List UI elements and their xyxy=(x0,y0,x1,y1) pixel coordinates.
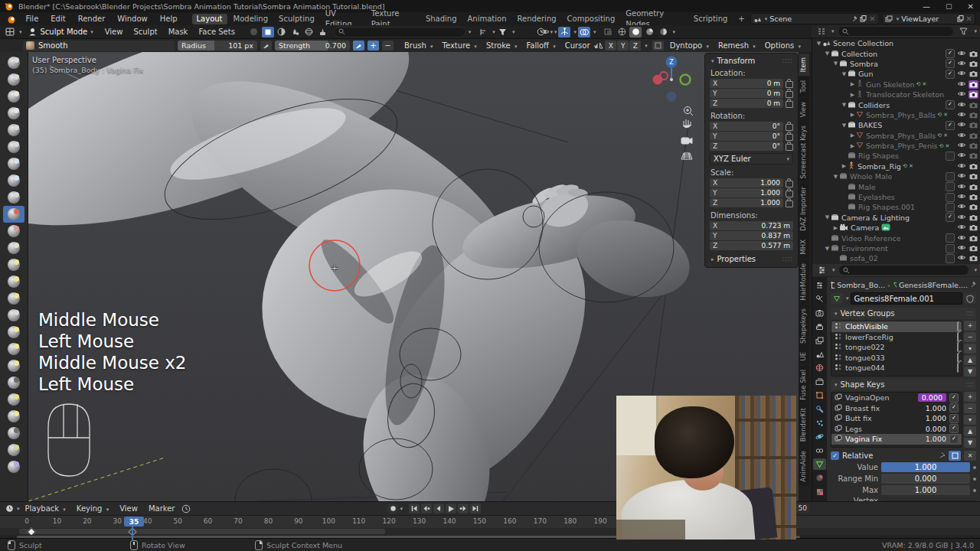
outliner-row-collection[interactable]: ▼Collection✓ xyxy=(812,48,980,58)
properties-tab-particles-icon[interactable] xyxy=(813,417,826,429)
shape-key-row-vaginaopen[interactable]: VaginaOpen0.000✓ xyxy=(831,393,962,403)
lasso-sphere-icon[interactable] xyxy=(276,27,288,37)
snap-filter-icon[interactable] xyxy=(497,27,509,37)
field-value-max[interactable]: 1.000 xyxy=(881,485,970,495)
sculpt-tool-clay-thumb[interactable] xyxy=(3,122,24,139)
fake-user-shield-icon[interactable] xyxy=(964,293,976,304)
eye-visibility-icon[interactable] xyxy=(957,142,966,150)
shape-key-row-vagina-fix[interactable]: Vagina Fix1.000✓ xyxy=(831,434,962,445)
checkbox-unchecked[interactable] xyxy=(946,203,955,212)
camera-render-toggle-icon[interactable] xyxy=(969,152,978,160)
camera-render-toggle-icon[interactable] xyxy=(969,80,978,89)
eye-visibility-icon[interactable] xyxy=(957,152,966,160)
mesh-icon[interactable] xyxy=(831,293,843,304)
properties-tab-constraints-icon[interactable] xyxy=(813,445,826,456)
sculpt-tool-nudge[interactable] xyxy=(3,374,24,391)
lock-open-icon[interactable] xyxy=(786,124,793,131)
menu-dyntopo[interactable]: Dyntopo ▾ xyxy=(670,41,709,50)
direction-add-button[interactable]: + xyxy=(368,41,379,51)
globe-icon[interactable] xyxy=(303,27,315,37)
eye-visibility-icon[interactable] xyxy=(957,244,966,253)
disclosure-down-icon[interactable]: ▼ xyxy=(841,71,848,77)
play-button[interactable] xyxy=(446,504,456,514)
sculpt-tool-pose[interactable] xyxy=(3,357,24,374)
sculpt-tool-inflate[interactable] xyxy=(3,155,24,172)
lock-open-icon[interactable] xyxy=(786,191,793,197)
outliner-row-sombra-phys-balls[interactable]: ▶Sombra_Phys_Balls⟲ ✕ xyxy=(812,110,980,120)
xray-icon[interactable] xyxy=(602,27,614,37)
checkbox-unchecked[interactable] xyxy=(946,193,955,202)
shape-key-value[interactable]: 1.000 xyxy=(926,404,946,412)
vg-specials-button[interactable]: ▾ xyxy=(964,344,976,354)
outliner-row-male[interactable]: Male xyxy=(812,181,980,191)
outliner-row-sombra-rig[interactable]: ▶Sombra_Rig⟲ ✕ xyxy=(812,161,980,171)
sidebar-tab-hairmodule[interactable]: HairModule xyxy=(799,259,809,304)
timeline-menu-keying[interactable]: Keying ▾ xyxy=(71,504,114,513)
view-layer-name[interactable]: ViewLayer xyxy=(901,15,939,23)
brush-menu-cursor[interactable]: Cursor ▾ xyxy=(565,41,597,50)
checkbox-unchecked[interactable] xyxy=(946,244,955,253)
sidebar-tab-fuse-skel[interactable]: Fuse Skel xyxy=(799,366,809,404)
camera-render-toggle-icon[interactable] xyxy=(969,244,978,253)
eye-visibility-icon[interactable] xyxy=(957,50,966,58)
sculpt-tool-blob[interactable] xyxy=(3,172,24,189)
lock-open-icon[interactable] xyxy=(957,322,959,331)
droplet-icon[interactable] xyxy=(289,27,302,37)
clear-button[interactable]: ✕ xyxy=(964,451,976,461)
checkbox-checked[interactable]: ✓ xyxy=(946,121,955,130)
value-field[interactable]: X0 m xyxy=(710,79,783,88)
sidebar-tab-shapekeys[interactable]: Shapekeys xyxy=(799,305,809,347)
field-value-range-min[interactable]: 0.000 xyxy=(881,474,970,484)
properties-search[interactable] xyxy=(838,265,970,276)
relative-checkbox[interactable]: ✓ xyxy=(831,452,839,460)
sculpt-tool-rotate[interactable] xyxy=(3,391,24,408)
timeline-editor-icon[interactable] xyxy=(3,504,15,514)
copy-icon[interactable] xyxy=(957,15,964,22)
sidebar-tab-blenderkit[interactable]: BlenderKit xyxy=(799,404,809,445)
menu-render[interactable]: Render xyxy=(72,13,112,25)
camera-render-toggle-icon[interactable] xyxy=(969,162,978,171)
outliner-row-eyelashes[interactable]: Eyelashes xyxy=(812,192,980,202)
shading-solid-icon[interactable] xyxy=(629,27,642,37)
sculpt-tool-pinch[interactable] xyxy=(3,273,24,290)
properties-tab-modifiers-icon[interactable] xyxy=(813,403,826,415)
prev-keyframe-button[interactable] xyxy=(421,504,432,514)
properties-tab-output-icon[interactable] xyxy=(813,321,826,332)
autokey-clock-icon[interactable] xyxy=(180,504,192,514)
sculpt-tool-slide-relax[interactable] xyxy=(3,408,24,425)
value-field[interactable]: Z0.577 m xyxy=(710,241,793,250)
menu-window[interactable]: Window xyxy=(111,13,153,25)
menu-help[interactable]: Help xyxy=(154,13,184,25)
brush-menu-falloff[interactable]: Falloff ▾ xyxy=(526,41,555,50)
outliner-row-translocator-skeleton[interactable]: ▶Translocator Skeleton xyxy=(812,90,980,99)
strength-pressure-toggle[interactable] xyxy=(353,41,364,51)
sculpt-tool-fill[interactable] xyxy=(3,240,24,256)
outliner-row-scene-collection[interactable]: ▼Scene Collection xyxy=(812,38,980,48)
shape-key-mute-checkbox[interactable]: ✓ xyxy=(949,393,959,403)
outliner-row-colliders[interactable]: ▼Colliders✓ xyxy=(812,99,980,109)
lock-open-icon[interactable] xyxy=(786,91,793,98)
lock-open-icon[interactable] xyxy=(786,181,793,187)
camera-render-toggle-icon[interactable] xyxy=(969,142,978,150)
value-field[interactable]: X1.000 xyxy=(710,178,783,187)
camera-render-toggle-icon[interactable] xyxy=(969,111,978,119)
properties-tab-object-data-icon[interactable] xyxy=(813,458,826,470)
camera-render-toggle-icon[interactable] xyxy=(969,203,978,211)
properties-tab-world-icon[interactable] xyxy=(813,362,826,373)
vertex-group-row-clothvisible[interactable]: ClothVisible xyxy=(831,321,962,332)
disclosure-right-icon[interactable]: ▶ xyxy=(849,112,856,118)
properties-tab-material-icon[interactable] xyxy=(813,472,826,484)
eye-visibility-icon[interactable] xyxy=(957,223,966,232)
shape-key-value[interactable]: 0.000 xyxy=(918,393,946,402)
shape-key-value[interactable]: 1.000 xyxy=(926,435,946,443)
vg-move-up-button[interactable]: ▲ xyxy=(964,355,976,365)
eye-visibility-icon[interactable] xyxy=(957,70,966,78)
camera-render-toggle-icon[interactable] xyxy=(969,121,978,129)
sidebar-tab-daz-importer[interactable]: DAZ Importer xyxy=(799,183,809,235)
sidebar-tab-item[interactable]: Item xyxy=(799,54,809,76)
radius-pressure-toggle[interactable] xyxy=(260,41,272,51)
edit-mode-toggle-icon[interactable] xyxy=(949,451,961,461)
value-field[interactable]: X0° xyxy=(710,122,783,131)
outliner-row-rig-shapes-001[interactable]: Rig Shapes.001 xyxy=(812,202,980,212)
properties-tab-scene-icon[interactable] xyxy=(813,348,826,360)
